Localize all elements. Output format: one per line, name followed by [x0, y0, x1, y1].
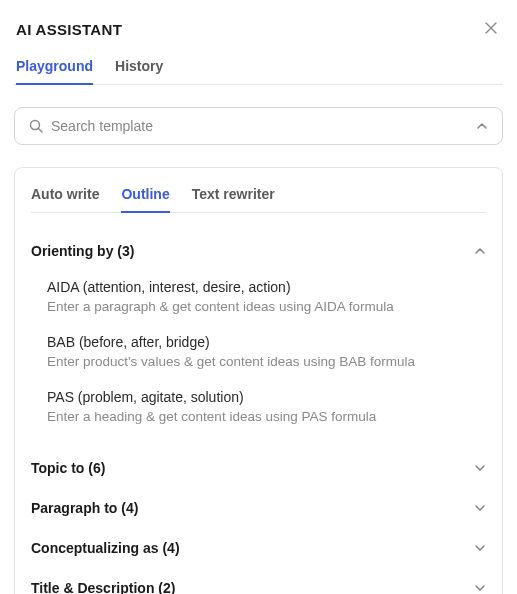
search-icon — [29, 119, 43, 133]
item-desc: Enter a heading & get content ideas usin… — [47, 409, 486, 424]
section-header[interactable]: Title & Description (2) — [31, 568, 486, 594]
section-topic-to: Topic to (6) — [31, 448, 486, 488]
close-button[interactable] — [481, 18, 501, 40]
chevron-up-icon — [474, 245, 486, 257]
chevron-up-icon[interactable] — [476, 120, 488, 132]
section-title-description: Title & Description (2) — [31, 568, 486, 594]
tab-label: History — [115, 58, 163, 74]
template-panel: Auto write Outline Text rewriter Orienti… — [14, 167, 503, 594]
section-header[interactable]: Conceptualizing as (4) — [31, 528, 486, 568]
item-desc: Enter a paragraph & get content ideas us… — [47, 299, 486, 314]
section-items: AIDA (attention, interest, desire, actio… — [31, 271, 486, 448]
section-title: Topic to (6) — [31, 460, 105, 476]
section-header[interactable]: Orienting by (3) — [31, 231, 486, 271]
chevron-down-icon — [474, 502, 486, 514]
chevron-down-icon — [474, 462, 486, 474]
section-title: Paragraph to (4) — [31, 500, 138, 516]
sub-tab-label: Text rewriter — [192, 186, 275, 202]
section-conceptualizing-as: Conceptualizing as (4) — [31, 528, 486, 568]
template-item-aida[interactable]: AIDA (attention, interest, desire, actio… — [47, 271, 486, 326]
sub-tab-text-rewriter[interactable]: Text rewriter — [192, 182, 275, 212]
section-title: Title & Description (2) — [31, 580, 175, 594]
sub-tab-auto-write[interactable]: Auto write — [31, 182, 99, 212]
sub-tabs: Auto write Outline Text rewriter — [31, 182, 486, 213]
chevron-down-icon — [474, 582, 486, 594]
item-title: AIDA (attention, interest, desire, actio… — [47, 279, 486, 295]
svg-line-1 — [39, 129, 43, 133]
item-title: BAB (before, after, bridge) — [47, 334, 486, 350]
page-title: AI ASSISTANT — [16, 21, 122, 38]
section-paragraph-to: Paragraph to (4) — [31, 488, 486, 528]
chevron-down-icon — [474, 542, 486, 554]
search-input[interactable] — [51, 118, 468, 134]
tab-playground[interactable]: Playground — [16, 54, 93, 84]
sub-tab-label: Auto write — [31, 186, 99, 202]
search-box[interactable] — [14, 107, 503, 145]
sub-tab-label: Outline — [121, 186, 169, 202]
section-header[interactable]: Topic to (6) — [31, 448, 486, 488]
sub-tab-outline[interactable]: Outline — [121, 182, 169, 212]
item-desc: Enter product's values & get content ide… — [47, 354, 486, 369]
template-item-bab[interactable]: BAB (before, after, bridge) Enter produc… — [47, 326, 486, 381]
section-orienting-by: Orienting by (3) AIDA (attention, intere… — [31, 231, 486, 448]
section-header[interactable]: Paragraph to (4) — [31, 488, 486, 528]
nav-tabs: Playground History — [14, 54, 503, 85]
header: AI ASSISTANT — [14, 14, 503, 40]
tab-history[interactable]: History — [115, 54, 163, 84]
close-icon — [485, 21, 497, 37]
template-item-pas[interactable]: PAS (problem, agitate, solution) Enter a… — [47, 381, 486, 436]
section-title: Conceptualizing as (4) — [31, 540, 180, 556]
tab-label: Playground — [16, 58, 93, 74]
item-title: PAS (problem, agitate, solution) — [47, 389, 486, 405]
section-title: Orienting by (3) — [31, 243, 134, 259]
